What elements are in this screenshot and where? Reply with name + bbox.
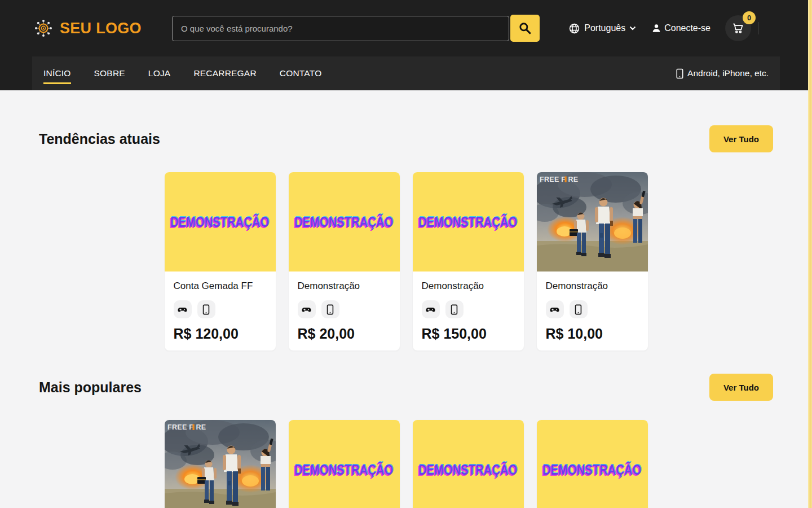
platform-chip-console [298, 300, 316, 318]
nav-item-sobre[interactable]: SOBRE [94, 68, 125, 78]
product-image-demo: DEMONSTRAÇÃO [413, 420, 524, 508]
product-image-freefire: FREE F RE [537, 172, 648, 271]
site-logo[interactable]: SEU LOGO [32, 17, 142, 40]
demo-image-text: DEMONSTRAÇÃO [418, 213, 517, 231]
section-title-popular: Mais populares [39, 379, 142, 396]
platform-chip-console [174, 300, 192, 318]
nav-item-inicio[interactable]: INÍCIO [43, 68, 71, 78]
section-title-trending: Tendências atuais [39, 131, 160, 147]
product-card[interactable]: DEMONSTRAÇÃO [289, 420, 400, 508]
platform-chip-mobile [445, 300, 464, 318]
device-note-label: Android, iPhone, etc. [687, 68, 769, 78]
demo-image-text: DEMONSTRAÇÃO [294, 213, 393, 231]
nav-container: INÍCIO SOBRE LOJA RECARREGAR CONTATO And… [32, 56, 780, 90]
nav-label: INÍCIO [43, 68, 71, 78]
product-card[interactable] [165, 420, 276, 508]
product-price: R$ 20,00 [298, 326, 391, 342]
platform-chip-mobile [197, 300, 215, 318]
freefire-logo-part2: RE [568, 176, 578, 183]
search-bar [172, 15, 540, 42]
product-card[interactable]: DEMONSTRAÇÃO [413, 420, 524, 508]
smartphone-icon [676, 68, 684, 79]
nav-label: RECARREGAR [193, 68, 256, 78]
user-icon [651, 23, 662, 34]
product-price: R$ 10,00 [546, 326, 639, 342]
product-image-demo: DEMONSTRAÇÃO [289, 172, 400, 271]
trending-cards-row: DEMONSTRAÇÃO Conta Gemada FF [39, 172, 773, 351]
globe-icon [568, 23, 580, 34]
product-card[interactable]: DEMONSTRAÇÃO Demonstração [413, 172, 524, 351]
product-card[interactable]: FREE F RE Demonstração [537, 172, 648, 351]
demo-image-text: DEMONSTRAÇÃO [542, 461, 641, 479]
language-selector[interactable]: Português [568, 23, 636, 34]
product-title: Demonstração [422, 281, 515, 292]
section-trending: Tendências atuais Ver Tudo DEMONSTRAÇÃO … [39, 125, 773, 351]
cart-icon [731, 21, 745, 35]
header-divider [758, 22, 758, 34]
cart-button[interactable]: 0 [725, 15, 751, 41]
see-all-popular-button[interactable]: Ver Tudo [709, 374, 773, 401]
platform-chip-mobile [321, 300, 339, 318]
active-indicator [43, 82, 71, 84]
product-title: Conta Gemada FF [174, 281, 267, 292]
header-actions: Português Conecte-se [568, 0, 758, 56]
product-image-demo: DEMONSTRAÇÃO [165, 172, 276, 271]
search-button[interactable] [510, 15, 540, 42]
nav-item-recarregar[interactable]: RECARREGAR [193, 68, 256, 78]
login-link[interactable]: Conecte-se [651, 23, 710, 34]
gamepad-icon [177, 304, 188, 315]
freefire-logo-part1: FREE F [540, 176, 566, 183]
gamepad-icon [549, 304, 560, 315]
demo-image-text: DEMONSTRAÇÃO [170, 213, 269, 231]
product-image-demo: DEMONSTRAÇÃO [537, 420, 648, 508]
cart-count-badge: 0 [743, 11, 756, 24]
platform-chip-console [546, 300, 564, 318]
product-image-demo: DEMONSTRAÇÃO [413, 172, 524, 271]
main-content: Tendências atuais Ver Tudo DEMONSTRAÇÃO … [0, 90, 812, 508]
device-note: Android, iPhone, etc. [676, 68, 769, 79]
product-card[interactable]: DEMONSTRAÇÃO [537, 420, 648, 508]
mobile-icon [325, 304, 335, 315]
see-all-trending-button[interactable]: Ver Tudo [709, 125, 773, 152]
search-icon [518, 21, 532, 36]
nav-item-loja[interactable]: LOJA [148, 68, 171, 78]
product-image-demo: DEMONSTRAÇÃO [289, 420, 400, 508]
language-label: Português [584, 23, 625, 33]
platform-chip-mobile [570, 300, 588, 318]
main-nav: INÍCIO SOBRE LOJA RECARREGAR CONTATO And… [0, 56, 812, 90]
page-scrollbar[interactable] [808, 0, 812, 508]
section-popular: Mais populares Ver Tudo DEMONSTRAÇÃO [39, 374, 773, 508]
mobile-icon [449, 304, 459, 315]
product-image-freefire [165, 420, 276, 508]
mobile-icon [201, 304, 211, 315]
cart-area: 0 [725, 15, 758, 41]
product-title: Demonstração [546, 281, 639, 292]
site-header: SEU LOGO Português [0, 0, 812, 56]
nav-label: SOBRE [94, 68, 125, 78]
gamepad-icon [425, 304, 436, 315]
mobile-icon [573, 304, 583, 315]
nav-label: CONTATO [280, 68, 322, 78]
login-label: Conecte-se [664, 23, 710, 33]
product-card[interactable]: DEMONSTRAÇÃO Demonstração [289, 172, 400, 351]
logo-text: SEU LOGO [60, 20, 142, 37]
nav-item-contato[interactable]: CONTATO [280, 68, 322, 78]
popular-cards-row: DEMONSTRAÇÃO DEMONSTRAÇÃO DEMONSTRAÇÃO [39, 420, 773, 508]
product-title: Demonstração [298, 281, 391, 292]
chevron-down-icon [629, 26, 636, 30]
product-card[interactable]: DEMONSTRAÇÃO Conta Gemada FF [165, 172, 276, 351]
nav-label: LOJA [148, 68, 171, 78]
product-price: R$ 150,00 [422, 326, 515, 342]
search-input[interactable] [172, 16, 509, 41]
logo-icon [32, 17, 55, 40]
gamepad-icon [301, 304, 312, 315]
product-price: R$ 120,00 [174, 326, 267, 342]
demo-image-text: DEMONSTRAÇÃO [418, 461, 517, 479]
demo-image-text: DEMONSTRAÇÃO [294, 461, 393, 479]
platform-chip-console [422, 300, 440, 318]
